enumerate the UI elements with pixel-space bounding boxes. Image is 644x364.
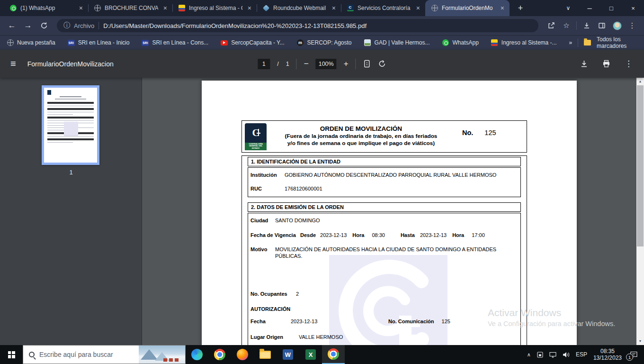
excel-app[interactable]: X (299, 345, 322, 364)
tab-search-chevron-icon[interactable]: ∨ (558, 0, 579, 16)
volume-icon[interactable] (563, 352, 570, 358)
tab-close-icon[interactable]: × (331, 4, 337, 12)
bookmark-nueva-pestana[interactable]: Nueva pestaña (7, 39, 55, 46)
tray-expand-icon[interactable]: ∧ (527, 352, 531, 358)
tab-ingreso-sistema[interactable]: Ingreso al Sistema - C × (172, 0, 257, 16)
info-icon[interactable]: ⓘ (63, 21, 70, 30)
pdf-print-icon[interactable] (602, 60, 610, 68)
back-icon[interactable]: ← (5, 18, 19, 33)
tab-whatsapp[interactable]: (1) WhatsApp × (4, 0, 88, 16)
chrome-icon (328, 348, 339, 360)
device-link-icon[interactable] (537, 352, 543, 358)
browser-menu-icon[interactable]: ⋮ (625, 18, 639, 33)
tab-close-icon[interactable]: × (162, 4, 169, 12)
share-icon[interactable] (544, 18, 558, 33)
firefox-app[interactable] (231, 345, 254, 364)
rotate-icon[interactable] (378, 60, 386, 68)
tab-brochure[interactable]: BROCHURE CONVALI × (88, 0, 172, 16)
bookmark-sri-inicio[interactable]: SRI SRI en Línea - Inicio (68, 39, 130, 46)
scrollbar[interactable]: ▲ ▼ (636, 78, 644, 345)
bookmark-sercop-agosto[interactable]: m SERCOP: Agosto (297, 39, 352, 46)
vigencia-label: Fecha de Vigencia (250, 232, 300, 238)
taskbar-search[interactable]: Escribe aquí para buscar (23, 345, 186, 364)
fit-page-icon[interactable] (363, 60, 371, 68)
tab-close-icon[interactable]: × (246, 4, 253, 12)
downloads-icon[interactable] (580, 18, 594, 33)
pdf-toolbar-left: ≡ FormularioOrdenMovilizacion (0, 58, 114, 69)
chrome-app[interactable] (208, 345, 231, 364)
bookmark-gad-valle-hermoso[interactable]: GAD | Valle Hermos... (364, 39, 430, 46)
tab-title: Servicios Contraloría (358, 5, 411, 11)
tab-roundcube[interactable]: Roundcube Webmail × (257, 0, 341, 16)
pdf-menu-kebab-icon[interactable]: ⋮ (625, 59, 633, 69)
ciudad-label: Ciudad (250, 217, 275, 224)
tab-close-icon[interactable]: × (78, 4, 84, 12)
bookmark-whatsapp[interactable]: WhatsApp (442, 39, 478, 46)
tab-title: (1) WhatsApp (20, 5, 74, 11)
page-separator: / (277, 61, 278, 67)
zoom-level-input[interactable]: 100% (316, 59, 337, 69)
cge-logo: C CONTRALORÍA GENERAL DEL ESTADO (245, 123, 267, 150)
network-icon[interactable] (549, 352, 556, 358)
bookmark-sri-consultas[interactable]: SRI SRI en Línea - Cons... (142, 39, 208, 46)
chrome-app-active[interactable] (322, 345, 345, 364)
youtube-icon (221, 39, 228, 46)
clock-time: 08:35 (593, 348, 622, 355)
page-thumbnail[interactable] (42, 85, 99, 165)
system-tray: ∧ ESP 08:35 13/12/2023 1 (527, 345, 644, 364)
notification-center[interactable]: 1 (628, 349, 639, 360)
form-number-value: 125 (484, 129, 496, 150)
bookmark-label: WhatsApp (452, 39, 478, 46)
origen-value: VALLE HERMOSO (299, 334, 343, 340)
reading-list-icon[interactable] (595, 18, 609, 33)
pdf-download-icon[interactable] (580, 60, 588, 68)
word-app[interactable]: W (277, 345, 299, 364)
start-button[interactable] (0, 345, 23, 364)
tab-servicios-contraloria[interactable]: C Servicios Contraloría × (341, 0, 425, 16)
forward-icon[interactable]: → (21, 18, 35, 33)
scrollbar-thumb[interactable] (637, 85, 644, 246)
pdf-viewer: 1 C CONTRALORÍA GENERAL DEL ESTADO (0, 78, 644, 345)
zoom-in-icon[interactable]: + (344, 59, 349, 69)
search-daily-image[interactable] (139, 346, 185, 364)
windows-logo-icon (8, 351, 15, 358)
bookmark-label: SRI en Línea - Inicio (78, 39, 130, 46)
bookmarks-overflow-icon[interactable]: » (569, 39, 572, 46)
page-number-input[interactable]: 1 (258, 59, 270, 69)
scroll-down-icon[interactable]: ▼ (636, 339, 644, 344)
zoom-out-icon[interactable]: − (304, 59, 309, 69)
bookmark-sercopcapacita[interactable]: SercopCapacita - Y... (221, 39, 284, 46)
tab-close-icon[interactable]: × (415, 4, 421, 12)
bookmarks-right: » Todos los marcadores (569, 36, 637, 49)
edge-app[interactable] (186, 345, 208, 364)
motivo-label: Motivo (250, 246, 275, 259)
address-field[interactable]: ⓘ Archivo D:/Users/Master/Downloads/Form… (57, 19, 538, 32)
language-indicator[interactable]: ESP (576, 351, 587, 358)
bookmark-star-icon[interactable]: ☆ (559, 18, 573, 33)
taskbar-clock[interactable]: 08:35 13/12/2023 (593, 348, 622, 361)
tab-close-icon[interactable]: × (499, 4, 506, 12)
pdf-document-title: FormularioOrdenMovilizacion (27, 60, 114, 68)
profile-avatar[interactable] (610, 18, 624, 33)
close-button[interactable]: × (622, 0, 644, 16)
taskbar: Escribe aquí para buscar W X ∧ (0, 345, 644, 364)
reload-icon[interactable] (37, 18, 51, 33)
file-explorer-app[interactable] (254, 345, 277, 364)
bookmarks-separator (578, 38, 578, 47)
tab-title: Roundcube Webmail (273, 5, 327, 11)
pdf-menu-icon[interactable]: ≡ (10, 58, 16, 69)
maximize-button[interactable]: □ (600, 0, 622, 16)
all-bookmarks-label[interactable]: Todos los marcadores (597, 36, 637, 49)
window-controls: ∨ ─ □ × (558, 0, 644, 16)
tab-formulario-active[interactable]: FormularioOrdenMo × (425, 0, 510, 16)
url-text: D:/Users/Master/Downloads/FormularioOrde… (103, 22, 532, 29)
new-tab-button[interactable]: + (513, 1, 528, 15)
scroll-up-icon[interactable]: ▲ (636, 79, 644, 84)
cge-logo-caption: CONTRALORÍA GENERAL DEL ESTADO (245, 143, 267, 150)
toolbar-separator (356, 59, 356, 69)
minimize-button[interactable]: ─ (579, 0, 600, 16)
bookmark-ingreso-sistema[interactable]: Ingreso al Sistema -... (491, 39, 557, 46)
chrome-icon (214, 349, 225, 360)
hasta-value: 2023-12-13 (420, 232, 447, 238)
pill-divider (98, 22, 99, 29)
